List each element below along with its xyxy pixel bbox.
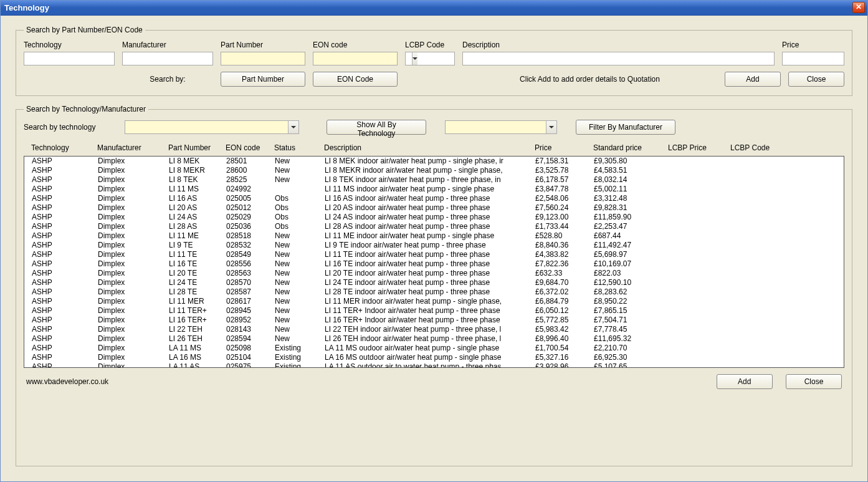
show-all-by-technology-button[interactable]: Show All By Technology <box>327 120 426 135</box>
technology-combo-input[interactable] <box>125 121 288 133</box>
cell-status: Existing <box>275 344 325 353</box>
table-row[interactable]: ASHPDimplexLI 11 ME028518NewLI 11 ME ind… <box>24 231 844 241</box>
table-row[interactable]: ASHPDimplexLI 8 MEK28501NewLI 8 MEK indo… <box>24 157 844 166</box>
table-row[interactable]: ASHPDimplexLA 11 MS025098ExistingLA 11 M… <box>24 344 844 353</box>
cell-lcbpp <box>669 278 731 287</box>
cell-manuf: Dimplex <box>98 362 169 368</box>
cell-desc: LI 11 MER indoor air/water heat pump - s… <box>325 297 535 306</box>
manufacturer-combo[interactable] <box>445 120 557 134</box>
header-status: Status <box>274 143 324 152</box>
table-row[interactable]: ASHPDimplexLI 28 AS025036ObsLI 28 AS ind… <box>24 222 844 231</box>
cell-tech: ASHP <box>32 353 98 362</box>
table-row[interactable]: ASHPDimplexLI 22 TEH028143NewLI 22 TEH i… <box>24 325 844 334</box>
list-headers: Technology Manufacturer Part Number EON … <box>24 141 844 156</box>
label-price: Price <box>782 41 844 49</box>
part-number-combo[interactable] <box>221 52 305 65</box>
cell-lcbpp <box>669 259 731 269</box>
table-row[interactable]: ASHPDimplexLI 9 TE028532NewLI 9 TE indoo… <box>24 241 844 250</box>
cell-manuf: Dimplex <box>98 231 169 241</box>
cell-tech: ASHP <box>32 269 98 278</box>
label-search-by: Search by: <box>122 75 213 84</box>
cell-price: £5,983.42 <box>535 325 594 334</box>
footer-close-button[interactable]: Close <box>786 374 842 389</box>
table-row[interactable]: ASHPDimplexLI 16 TE028556NewLI 16 TE ind… <box>24 259 844 269</box>
cell-stdp: £687.44 <box>594 231 669 241</box>
cell-lcbpp <box>669 353 731 362</box>
cell-price: £1,700.54 <box>535 344 594 353</box>
cell-tech: ASHP <box>32 241 98 250</box>
group-search-partnum: Search by Part Number/EON Code Technolog… <box>16 26 852 96</box>
cell-part: LA 11 AS <box>169 362 226 368</box>
cell-price: £7,158.31 <box>535 157 594 166</box>
cell-price: £5,772.85 <box>535 316 594 325</box>
cell-part: LI 16 AS <box>169 194 226 203</box>
table-row[interactable]: ASHPDimplexLI 11 MER028617NewLI 11 MER i… <box>24 297 844 306</box>
chevron-down-icon[interactable] <box>288 121 298 133</box>
table-row[interactable]: ASHPDimplexLI 28 TE028587NewLI 28 TE ind… <box>24 287 844 297</box>
table-row[interactable]: ASHPDimplexLA 11 AS025975ExistingLA 11 A… <box>24 362 844 368</box>
table-row[interactable]: ASHPDimplexLI 8 MEKR28600NewLI 8 MEKR in… <box>24 166 844 175</box>
part-number-combo-input[interactable] <box>221 52 320 65</box>
table-row[interactable]: ASHPDimplexLI 11 TE028549NewLI 11 TE ind… <box>24 250 844 259</box>
table-row[interactable]: ASHPDimplexLI 11 TER+028945NewLI 11 TER+… <box>24 306 844 316</box>
cell-eon: 28600 <box>226 166 275 175</box>
table-row[interactable]: ASHPDimplexLI 11 MS024992LI 11 MS indoor… <box>24 185 844 194</box>
cell-status: Obs <box>275 203 325 213</box>
cell-part: LI 26 TEH <box>169 334 226 344</box>
filter-by-manufacturer-button[interactable]: Filter By Manufacturer <box>576 120 675 135</box>
technology-input[interactable] <box>24 52 115 65</box>
cell-stdp: £8,950.22 <box>594 297 669 306</box>
cell-price: £2,548.06 <box>535 194 594 203</box>
window-title: Technology <box>4 3 49 12</box>
close-icon[interactable]: ✕ <box>852 2 865 13</box>
cell-price: £1,733.44 <box>535 222 594 231</box>
cell-lcbpc <box>731 259 793 269</box>
table-row[interactable]: ASHPDimplexLI 8 TEK28525NewLI 8 TEK indo… <box>24 175 844 185</box>
cell-lcbpp <box>669 297 731 306</box>
cell-lcbpc <box>731 250 793 259</box>
manufacturer-input[interactable] <box>122 52 213 65</box>
close-button[interactable]: Close <box>788 72 844 87</box>
eon-code-combo[interactable] <box>313 52 398 65</box>
manufacturer-combo-input[interactable] <box>446 121 546 133</box>
chevron-down-icon[interactable] <box>546 121 556 133</box>
table-row[interactable]: ASHPDimplexLA 16 MS025104ExistingLA 16 M… <box>24 353 844 362</box>
cell-eon: 025005 <box>226 194 275 203</box>
cell-part: LI 8 TEK <box>169 175 226 185</box>
cell-status: Obs <box>275 194 325 203</box>
table-row[interactable]: ASHPDimplexLI 24 TE028570NewLI 24 TE ind… <box>24 278 844 287</box>
cell-manuf: Dimplex <box>98 175 169 185</box>
cell-stdp: £7,778.45 <box>594 325 669 334</box>
add-button[interactable]: Add <box>725 72 781 87</box>
results-listbox[interactable]: ASHPDimplexLI 8 MEK28501NewLI 8 MEK indo… <box>24 156 844 368</box>
group-search-partnum-legend: Search by Part Number/EON Code <box>24 26 145 34</box>
cell-status: New <box>275 241 325 250</box>
cell-part: LI 20 TE <box>169 269 226 278</box>
technology-combo[interactable] <box>125 120 299 134</box>
search-eon-code-button[interactable]: EON Code <box>313 72 398 87</box>
price-input[interactable] <box>782 52 844 65</box>
search-part-number-button[interactable]: Part Number <box>221 72 305 87</box>
description-input[interactable] <box>462 52 775 65</box>
cell-lcbpp <box>669 269 731 278</box>
titlebar[interactable]: Technology ✕ <box>1 1 867 16</box>
table-row[interactable]: ASHPDimplexLI 20 AS025012ObsLI 20 AS ind… <box>24 203 844 213</box>
cell-lcbpp <box>669 344 731 353</box>
cell-status: Obs <box>275 213 325 222</box>
footer-add-button[interactable]: Add <box>717 374 773 389</box>
cell-desc: LI 11 ME indoor air/water heat pump - si… <box>325 231 535 241</box>
footer-link[interactable]: www.vbadeveloper.co.uk <box>26 377 108 386</box>
cell-eon: 025029 <box>226 213 275 222</box>
cell-status: New <box>275 297 325 306</box>
eon-code-combo-input[interactable] <box>313 52 412 65</box>
table-row[interactable]: ASHPDimplexLI 16 AS025005ObsLI 16 AS ind… <box>24 194 844 203</box>
cell-status: New <box>275 250 325 259</box>
table-row[interactable]: ASHPDimplexLI 26 TEH028594NewLI 26 TEH i… <box>24 334 844 344</box>
table-row[interactable]: ASHPDimplexLI 16 TER+028952NewLI 16 TER+… <box>24 316 844 325</box>
cell-lcbpc <box>731 175 793 185</box>
cell-desc: LI 8 TEK indoor air/water heat pump - th… <box>325 175 535 185</box>
cell-lcbpc <box>731 241 793 250</box>
table-row[interactable]: ASHPDimplexLI 24 AS025029ObsLI 24 AS ind… <box>24 213 844 222</box>
table-row[interactable]: ASHPDimplexLI 20 TE028563NewLI 20 TE ind… <box>24 269 844 278</box>
chevron-down-icon[interactable] <box>412 52 417 65</box>
